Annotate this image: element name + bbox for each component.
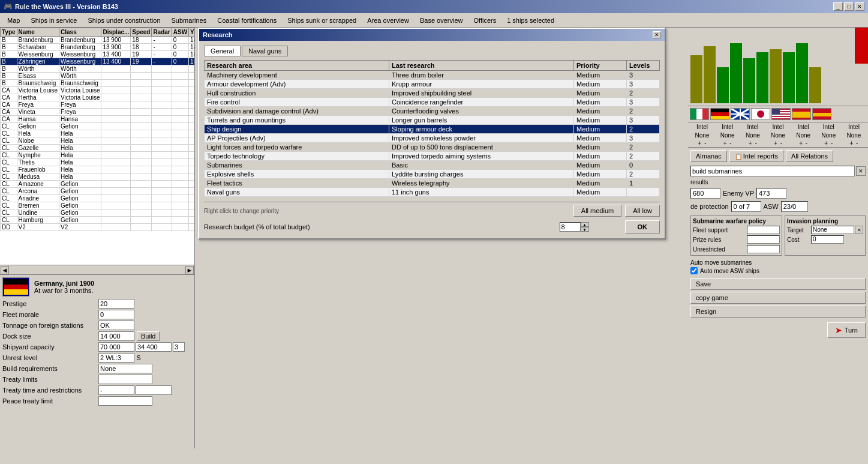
table-row[interactable]: CL Medusa Hela — [1, 173, 195, 181]
col-speed[interactable]: Speed — [131, 28, 152, 37]
intel-pm-2[interactable]: + - — [715, 140, 740, 146]
intel-reports-button[interactable]: 📋 Intel reports — [729, 150, 783, 162]
research-row[interactable]: Fleet tactics Wireless telegraphy Medium… — [205, 179, 660, 188]
research-row[interactable]: Fire control Coincidence rangefinder Med… — [205, 98, 660, 107]
intel-pm-3[interactable]: + - — [740, 140, 765, 146]
target-clear-button[interactable]: ✕ — [855, 226, 863, 234]
table-row[interactable]: B Braunschweig Braunschweig — [1, 80, 195, 87]
tab-naval-guns[interactable]: Naval guns — [242, 46, 288, 56]
minimize-button[interactable]: _ — [833, 2, 843, 11]
intel-pm-5[interactable]: + - — [791, 140, 816, 146]
col-name[interactable]: Name — [17, 28, 59, 37]
table-row[interactable]: CL Amazone Gefion — [1, 181, 195, 188]
table-row[interactable]: CA Vineta Freya — [1, 109, 195, 116]
table-row[interactable]: B Weissenburg Weissenburg 13 400 19 - 0 … — [1, 51, 195, 58]
scroll-left[interactable]: ◄ — [1, 266, 9, 274]
all-medium-button[interactable]: All medium — [573, 205, 621, 217]
research-row[interactable]: Light forces and torpedo warfare DD of u… — [205, 143, 660, 152]
table-row[interactable]: CL Thetis Hela — [1, 159, 195, 166]
research-row[interactable]: Turrets and gun mountings Longer gun bar… — [205, 116, 660, 125]
ok-button[interactable]: OK — [625, 220, 660, 234]
col-priority[interactable]: Priority — [574, 61, 627, 71]
search-input[interactable] — [690, 166, 855, 176]
budget-down[interactable]: ▼ — [581, 227, 589, 232]
tab-general[interactable]: General — [204, 46, 241, 56]
menu-ships-under-construction[interactable]: Ships under construction — [83, 16, 165, 25]
col-last-research[interactable]: Last research — [389, 61, 574, 71]
research-row[interactable]: Naval guns 11 inch guns Medium — [205, 188, 660, 197]
table-row[interactable]: CL Gazelle Hela — [1, 145, 195, 152]
budget-input[interactable] — [560, 222, 581, 232]
search-clear-button[interactable]: ✕ — [856, 166, 866, 176]
table-row[interactable]: CL Nymphe Hela — [1, 152, 195, 159]
table-row[interactable]: CL Ariadne Gefion — [1, 195, 195, 202]
research-row[interactable]: AP Projectiles (Adv) Improved smokeless … — [205, 134, 660, 143]
col-year[interactable]: Year — [189, 28, 194, 37]
research-row[interactable]: Armour development (Adv) Krupp armour Me… — [205, 80, 660, 89]
menu-coastal-fortifications[interactable]: Coastal fortifications — [212, 16, 281, 25]
menu-submarines[interactable]: Submarines — [167, 16, 212, 25]
col-disp[interactable]: Displac... — [101, 28, 131, 37]
table-row[interactable]: B Schwaben Brandenburg 13 900 18 - 0 189… — [1, 44, 195, 51]
research-row[interactable]: Submarines Basic Medium 0 — [205, 161, 660, 170]
research-row[interactable]: Torpedo technology Improved torpedo aimi… — [205, 152, 660, 161]
all-relations-button[interactable]: All Relations — [786, 150, 833, 162]
save-button[interactable]: Save — [690, 278, 866, 290]
col-asw[interactable]: ASW — [172, 28, 188, 37]
all-low-button[interactable]: All low — [625, 205, 660, 217]
menu-ships-sunk[interactable]: Ships sunk or scrapped — [283, 16, 361, 25]
research-row[interactable]: Hull construction Improved shipbuilding … — [205, 89, 660, 98]
table-row[interactable]: CL Undine Gefion — [1, 209, 195, 217]
budget-up[interactable]: ▲ — [581, 222, 589, 227]
turn-button[interactable]: ➤ Turn — [827, 322, 866, 338]
table-row[interactable]: CL Gefion Gefion — [1, 123, 195, 130]
intel-pm-7[interactable]: + - — [842, 140, 866, 146]
col-levels[interactable]: Levels — [627, 61, 660, 71]
table-row[interactable]: CL Hamburg Gefion — [1, 217, 195, 224]
intel-pm-1[interactable]: + - — [690, 140, 714, 146]
table-row[interactable]: B Wörth Wörth — [1, 65, 195, 73]
research-row[interactable]: Machinery development Three drum boiler … — [205, 71, 660, 80]
table-row[interactable]: CA Freya Freya — [1, 101, 195, 109]
col-class[interactable]: Class — [59, 28, 101, 37]
intel-pm-4[interactable]: + - — [765, 140, 790, 146]
table-row[interactable]: CL Niobe Hela — [1, 137, 195, 145]
menu-area-overview[interactable]: Area overview — [362, 16, 414, 25]
menu-ships-selected[interactable]: 1 ships selected — [502, 16, 559, 25]
table-row[interactable]: DD V2 V2 — [1, 224, 195, 231]
horizontal-scrollbar[interactable]: ◄ ► — [0, 265, 194, 274]
menu-map[interactable]: Map — [2, 16, 25, 25]
scroll-right[interactable]: ► — [185, 266, 194, 274]
sub-warfare-title: Submarine warfare policy — [693, 218, 780, 224]
menu-ships-in-service[interactable]: Ships in service — [26, 16, 82, 25]
table-row[interactable]: CL Bremen Gefion — [1, 202, 195, 209]
research-row[interactable]: Subdivision and damage control (Adv) Cou… — [205, 107, 660, 116]
menu-officers[interactable]: Officers — [468, 16, 501, 25]
research-row[interactable]: Ship design Sloping armour deck Medium 2 — [205, 125, 660, 134]
auto-asw-checkbox[interactable] — [690, 267, 698, 274]
table-row[interactable]: B Brandenburg Brandenburg 13 900 18 - 0 … — [1, 37, 195, 44]
table-row[interactable]: CA Victoria Louise Victoria Louise — [1, 87, 195, 94]
col-research-area[interactable]: Research area — [205, 61, 389, 71]
table-row[interactable]: CA Hansa Hansa — [1, 116, 195, 123]
dialog-close-button[interactable]: ✕ — [653, 31, 661, 38]
research-table-container[interactable]: Research area Last research Priority Lev… — [204, 60, 660, 197]
table-row[interactable]: CL Arcona Gefion — [1, 188, 195, 195]
table-row[interactable]: CL Frauenlob Hela — [1, 166, 195, 173]
col-type[interactable]: Type — [1, 28, 17, 37]
copy-game-button[interactable]: copy game — [690, 292, 866, 304]
research-row[interactable]: Explosive shells Lyddite bursting charge… — [205, 170, 660, 179]
close-button[interactable]: ✕ — [855, 2, 864, 11]
menu-base-overview[interactable]: Base overview — [415, 16, 468, 25]
col-radar[interactable]: Radar — [152, 28, 172, 37]
maximize-button[interactable]: □ — [844, 2, 854, 11]
table-row[interactable]: B Elsass Wörth — [1, 73, 195, 80]
table-row[interactable]: CL Hela Hela — [1, 130, 195, 137]
almanac-button[interactable]: Almanac — [690, 150, 727, 162]
intel-pm-6[interactable]: + - — [816, 140, 841, 146]
build-button[interactable]: Build — [137, 331, 160, 341]
table-row[interactable]: CA Hertha Victoria Louise — [1, 94, 195, 101]
table-row[interactable]: B Zähringen Weissenburg 13 400 19 - 0 18… — [1, 58, 195, 65]
ship-list-scroll[interactable]: Type Name Class Displac... Speed Radar A… — [0, 28, 194, 265]
resign-button[interactable]: Resign — [690, 306, 866, 318]
